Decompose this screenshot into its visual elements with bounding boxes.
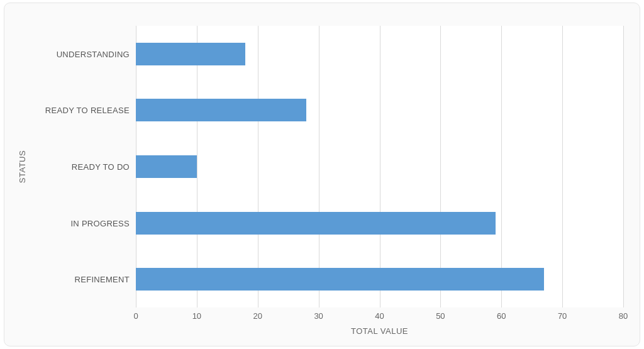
x-tick-label: 40 [375,311,384,321]
bar [136,155,197,178]
x-axis-label: TOTAL VALUE [136,326,623,336]
gridline [319,26,319,307]
bar [136,212,496,235]
x-tick-label: 70 [558,311,567,321]
chart-card: STATUS 01020304050607080UNDERSTANDINGREA… [4,3,640,346]
bar [136,268,544,291]
x-tick-label: 80 [619,311,628,321]
gridline [562,26,563,307]
x-tick-label: 0 [133,311,138,321]
gridline [258,26,258,307]
x-tick-label: 50 [436,311,445,321]
x-tick-label: 60 [497,311,506,321]
y-tick-label: READY TO RELEASE [45,106,130,115]
x-tick-label: 30 [314,311,323,321]
y-tick-label: REFINEMENT [75,275,130,284]
y-axis-label: STATUS [18,150,27,183]
y-tick-label: UNDERSTANDING [57,49,130,58]
y-tick-label: READY TO DO [72,162,130,172]
gridline [623,26,624,307]
bar [136,99,306,121]
gridline [440,26,441,307]
x-tick-label: 10 [192,311,201,321]
bar [136,43,245,65]
y-tick-label: IN PROGRESS [70,218,130,228]
x-tick-label: 20 [253,311,262,321]
gridline [197,26,197,307]
gridline [380,26,380,307]
chart-plot-area: 01020304050607080UNDERSTANDINGREADY TO R… [136,26,623,307]
gridline [501,26,502,307]
